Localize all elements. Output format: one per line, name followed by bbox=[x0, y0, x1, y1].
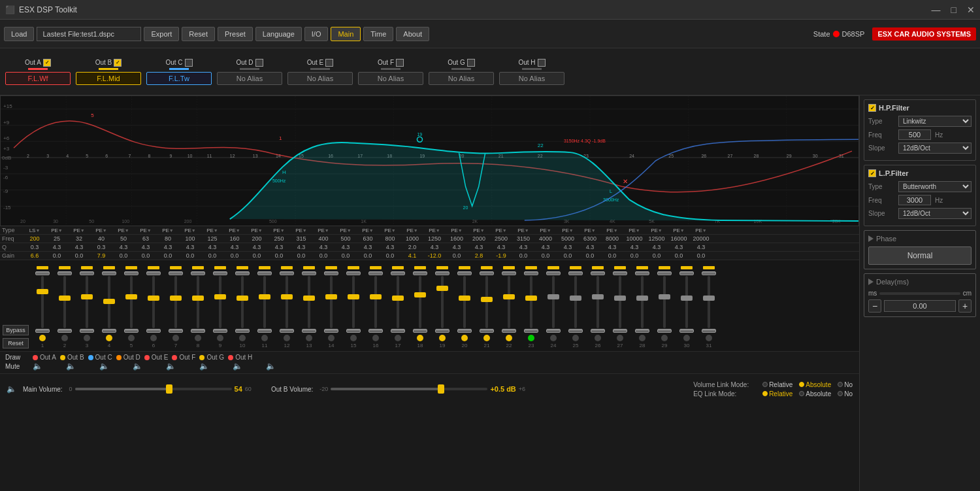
fader-knob-top-22[interactable] bbox=[502, 271, 516, 275]
ch-f-button[interactable]: No Alias bbox=[358, 72, 423, 85]
eq-cell-eq-type-cells-20[interactable]: PE▼ bbox=[446, 226, 468, 234]
led-dot-10[interactable] bbox=[239, 335, 246, 341]
fader-knob-top-7[interactable] bbox=[169, 271, 183, 275]
eq-cell-eq-gain-cells-28[interactable]: 0.0 bbox=[623, 252, 645, 260]
eq-cell-eq-type-cells-22[interactable]: PE▼ bbox=[490, 226, 512, 234]
led-dot-6[interactable] bbox=[150, 335, 157, 341]
eq-cell-eq-freq-cells-8[interactable]: 100 bbox=[179, 235, 201, 243]
bypass-slider-29[interactable] bbox=[659, 266, 670, 269]
bypass-slider-15[interactable] bbox=[348, 266, 359, 269]
led-dot-3[interactable] bbox=[84, 335, 90, 341]
maximize-button[interactable]: □ bbox=[951, 5, 956, 15]
fader-knob-top-21[interactable] bbox=[480, 271, 494, 275]
fader-knob-top-4[interactable] bbox=[102, 271, 116, 275]
eq-cell-eq-gain-cells-9[interactable]: 0.0 bbox=[201, 252, 223, 260]
eq-cell-eq-gain-cells-8[interactable]: 0.0 bbox=[179, 252, 201, 260]
led-dot-2[interactable] bbox=[61, 335, 68, 341]
bypass-slider-16[interactable] bbox=[370, 266, 382, 269]
fader-knob-bot-27[interactable] bbox=[613, 329, 627, 333]
eq-cell-eq-freq-cells-23[interactable]: 3150 bbox=[512, 235, 534, 243]
led-dot-31[interactable] bbox=[706, 335, 712, 341]
eq-link-relative[interactable]: Relative bbox=[762, 390, 792, 398]
bypass-slider-8[interactable] bbox=[192, 266, 204, 269]
led-dot-16[interactable] bbox=[372, 335, 379, 341]
eq-cell-eq-type-cells-1[interactable]: LS▼ bbox=[24, 226, 46, 234]
eq-cell-eq-type-cells-13[interactable]: PE▼ bbox=[290, 226, 312, 234]
ch-b-checkbox[interactable]: ✓ bbox=[114, 59, 122, 67]
eq-cell-eq-gain-cells-25[interactable]: 0.0 bbox=[557, 252, 579, 260]
led-dot-9[interactable] bbox=[217, 335, 223, 341]
bypass-slider-3[interactable] bbox=[81, 266, 93, 269]
eq-cell-eq-gain-cells-3[interactable]: 0.0 bbox=[68, 252, 90, 260]
eq-cell-eq-q-cells-31[interactable]: 4.3 bbox=[690, 243, 712, 251]
time-button[interactable]: Time bbox=[363, 27, 393, 41]
bypass-slider-6[interactable] bbox=[148, 266, 159, 269]
eq-cell-eq-gain-cells-6[interactable]: 0.0 bbox=[135, 252, 157, 260]
fader-knob-bot-29[interactable] bbox=[657, 329, 672, 333]
fader-thumb-1[interactable] bbox=[37, 289, 48, 294]
led-dot-30[interactable] bbox=[683, 335, 690, 341]
eq-cell-eq-freq-cells-3[interactable]: 32 bbox=[68, 235, 90, 243]
eq-cell-eq-freq-cells-6[interactable]: 63 bbox=[135, 235, 157, 243]
fader-thumb-3[interactable] bbox=[81, 294, 93, 299]
ch-g-checkbox[interactable] bbox=[467, 59, 475, 67]
eq-cell-eq-gain-cells-23[interactable]: 0.0 bbox=[512, 252, 534, 260]
bypass-slider-23[interactable] bbox=[525, 266, 537, 269]
bypass-slider-9[interactable] bbox=[214, 266, 226, 269]
mute-b-icon[interactable]: 🔈 bbox=[66, 362, 76, 371]
draw-ch-a[interactable]: Out A bbox=[33, 354, 56, 361]
bypass-slider-21[interactable] bbox=[481, 266, 493, 269]
eq-cell-eq-type-cells-28[interactable]: PE▼ bbox=[623, 226, 645, 234]
bypass-slider-27[interactable] bbox=[614, 266, 626, 269]
fader-knob-bot-31[interactable] bbox=[702, 329, 716, 333]
delay-plus-button[interactable]: + bbox=[958, 299, 972, 313]
eq-cell-eq-freq-cells-19[interactable]: 1250 bbox=[423, 235, 446, 243]
mute-f-icon[interactable]: 🔈 bbox=[199, 362, 209, 371]
eq-cell-eq-type-cells-31[interactable]: PE▼ bbox=[690, 226, 712, 234]
eq-cell-eq-gain-cells-18[interactable]: 4.1 bbox=[401, 252, 423, 260]
fader-knob-bot-12[interactable] bbox=[280, 329, 294, 333]
eq-cell-eq-gain-cells-30[interactable]: 0.0 bbox=[668, 252, 690, 260]
eq-cell-eq-type-cells-25[interactable]: PE▼ bbox=[557, 226, 579, 234]
eq-cell-eq-q-cells-23[interactable]: 4.3 bbox=[512, 243, 534, 251]
eq-cell-eq-gain-cells-27[interactable]: 0.0 bbox=[601, 252, 623, 260]
fader-thumb-26[interactable] bbox=[592, 294, 604, 299]
eq-cell-eq-q-cells-29[interactable]: 4.3 bbox=[645, 243, 668, 251]
led-dot-27[interactable] bbox=[617, 335, 623, 341]
fader-knob-top-19[interactable] bbox=[435, 271, 449, 275]
fader-knob-bot-15[interactable] bbox=[346, 329, 361, 333]
eq-cell-eq-gain-cells-16[interactable]: 0.0 bbox=[357, 252, 379, 260]
led-dot-18[interactable] bbox=[417, 335, 423, 341]
eq-cell-eq-type-cells-12[interactable]: PE▼ bbox=[268, 226, 290, 234]
phase-normal-button[interactable]: Normal bbox=[868, 246, 972, 265]
lp-filter-checkbox[interactable]: ✓ bbox=[868, 169, 876, 177]
fader-thumb-16[interactable] bbox=[370, 294, 382, 299]
bypass-slider-22[interactable] bbox=[503, 266, 515, 269]
fader-knob-top-9[interactable] bbox=[213, 271, 227, 275]
lp-slope-select[interactable]: 12dB/Oct 24dB/Oct bbox=[898, 208, 972, 219]
outb-vol-track[interactable] bbox=[331, 388, 487, 390]
eq-cell-eq-type-cells-11[interactable]: PE▼ bbox=[246, 226, 268, 234]
fader-knob-top-13[interactable] bbox=[302, 271, 316, 275]
eq-cell-eq-gain-cells-31[interactable]: 0.0 bbox=[690, 252, 712, 260]
eq-graph-container[interactable]: +15 +9 +6 +3 0dB -3 -6 -9 -15 20 30 50 1… bbox=[0, 95, 859, 226]
bypass-slider-30[interactable] bbox=[681, 266, 693, 269]
language-button[interactable]: Language bbox=[255, 27, 302, 41]
bypass-slider-7[interactable] bbox=[170, 266, 182, 269]
fader-knob-top-6[interactable] bbox=[146, 271, 161, 275]
eq-cell-eq-freq-cells-9[interactable]: 125 bbox=[201, 235, 223, 243]
reset-button[interactable]: Reset bbox=[182, 27, 215, 41]
bypass-slider-10[interactable] bbox=[237, 266, 248, 269]
draw-ch-d[interactable]: Out D bbox=[116, 354, 140, 361]
eq-cell-eq-q-cells-22[interactable]: 4.3 bbox=[490, 243, 512, 251]
fader-knob-top-1[interactable] bbox=[35, 271, 50, 275]
eq-cell-eq-freq-cells-17[interactable]: 800 bbox=[379, 235, 401, 243]
eq-cell-eq-type-cells-8[interactable]: PE▼ bbox=[179, 226, 201, 234]
fader-knob-bot-19[interactable] bbox=[435, 329, 449, 333]
fader-thumb-28[interactable] bbox=[636, 296, 648, 301]
eq-cell-eq-freq-cells-21[interactable]: 2000 bbox=[468, 235, 490, 243]
eq-cell-eq-gain-cells-21[interactable]: 2.8 bbox=[468, 252, 490, 260]
fader-knob-bot-16[interactable] bbox=[368, 329, 383, 333]
fader-knob-bot-11[interactable] bbox=[257, 329, 272, 333]
fader-knob-bot-3[interactable] bbox=[80, 329, 94, 333]
